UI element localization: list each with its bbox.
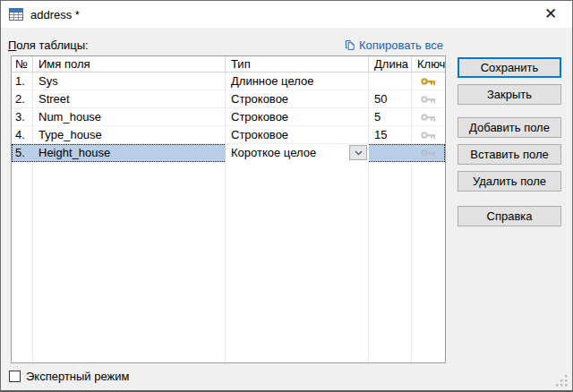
table-empty-area (12, 162, 445, 362)
cell-name[interactable]: Sys (33, 72, 226, 90)
cell-num: 3. (12, 108, 33, 126)
expert-mode-label: Экспертный режим (26, 370, 129, 383)
cell-key[interactable] (412, 72, 445, 90)
cell-type[interactable]: Длинное целое (226, 72, 369, 90)
cell-length[interactable] (369, 72, 412, 90)
cell-length[interactable]: 5 (369, 108, 412, 126)
cell-type[interactable]: Строковое (226, 90, 369, 108)
dialog-window: address * ✕ Поля таблицы: Копировать все… (0, 0, 573, 392)
col-header-key[interactable]: Ключ (412, 56, 445, 72)
filler-cell (33, 162, 226, 362)
cell-length[interactable]: 50 (369, 90, 412, 108)
expert-mode-checkbox[interactable] (9, 371, 21, 382)
table-row[interactable]: 1. Sys Длинное целое (12, 72, 445, 90)
key-icon (421, 93, 436, 106)
cell-num: 2. (12, 90, 33, 108)
filler-cell (226, 162, 369, 362)
key-icon (421, 111, 436, 124)
mnemonic-letter: П (8, 38, 16, 52)
title-bar: address * ✕ (1, 1, 572, 28)
table-header-row: № Имя поля Тип Длина Ключ (12, 56, 445, 72)
delete-field-button[interactable]: Удалить поле (458, 171, 561, 192)
cell-num: 1. (12, 72, 33, 90)
cell-length[interactable] (369, 144, 412, 162)
col-header-name[interactable]: Имя поля (33, 56, 226, 72)
chevron-down-icon (355, 150, 363, 156)
key-icon (421, 129, 436, 141)
copy-icon (345, 38, 355, 53)
type-dropdown-button[interactable] (349, 145, 367, 160)
filler-cell (369, 162, 412, 362)
cell-key[interactable] (412, 144, 445, 162)
col-header-num[interactable]: № (12, 56, 33, 72)
window-title: address * (30, 8, 80, 21)
cell-num: 5. (12, 144, 33, 162)
expert-mode-option[interactable]: Экспертный режим (9, 369, 129, 383)
cell-type[interactable]: Строковое (226, 126, 369, 144)
filler-cell (412, 162, 445, 362)
label-rest: оля таблицы: (16, 38, 88, 52)
copy-all-link[interactable]: Копировать все (345, 37, 443, 53)
table-fields-label: Поля таблицы: (8, 38, 89, 52)
close-icon[interactable]: ✕ (531, 1, 570, 27)
cell-name[interactable]: Type_house (33, 126, 226, 144)
key-icon (421, 147, 436, 159)
cell-name[interactable]: Street (33, 90, 226, 108)
cell-key[interactable] (412, 126, 445, 144)
cell-type[interactable]: Строковое (226, 108, 369, 126)
fields-table: № Имя поля Тип Длина Ключ 1. Sys Длинное… (11, 55, 446, 363)
close-button[interactable]: Закрыть (458, 84, 561, 105)
cell-num: 4. (12, 126, 33, 144)
type-value: Короткое целое (231, 146, 316, 159)
table-grid-icon (9, 7, 23, 21)
cell-name[interactable]: Height_house (33, 144, 226, 162)
filler-cell (12, 162, 33, 362)
resize-grip[interactable] (554, 373, 568, 387)
key-icon (421, 75, 436, 88)
table-row[interactable]: 3. Num_house Строковое 5 (12, 108, 445, 126)
cell-name[interactable]: Num_house (33, 108, 226, 126)
col-header-length[interactable]: Длина (369, 56, 412, 72)
table-row-selected[interactable]: 5. Height_house Короткое целое (12, 144, 445, 162)
cell-length[interactable]: 15 (369, 126, 412, 144)
cell-type-editor[interactable]: Короткое целое (226, 144, 369, 162)
col-header-type[interactable]: Тип (226, 56, 369, 72)
save-button[interactable]: Сохранить (458, 57, 561, 78)
cell-key[interactable] (412, 90, 445, 108)
insert-field-button[interactable]: Вставить поле (458, 144, 561, 165)
add-field-button[interactable]: Добавить поле (458, 117, 561, 138)
cell-key[interactable] (412, 108, 445, 126)
help-button[interactable]: Справка (458, 206, 561, 226)
copy-all-label: Копировать все (359, 38, 443, 52)
table-row[interactable]: 2. Street Строковое 50 (12, 90, 445, 108)
table-row[interactable]: 4. Type_house Строковое 15 (12, 126, 445, 144)
